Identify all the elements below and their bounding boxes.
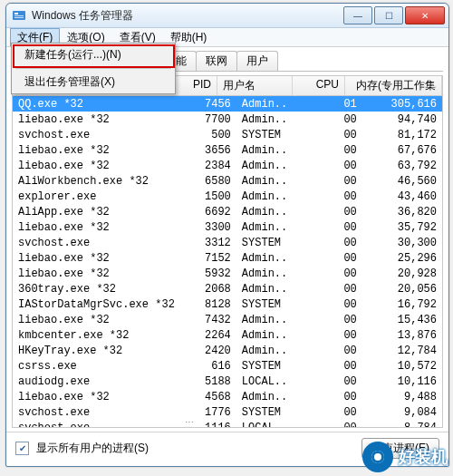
table-row[interactable]: liebao.exe *327700Admin..0094,740 bbox=[13, 112, 442, 127]
col-mem[interactable]: 内存(专用工作集 bbox=[345, 76, 442, 95]
table-row[interactable]: IAStorDataMgrSvc.exe *328128SYSTEM0016,7… bbox=[13, 296, 442, 312]
table-row[interactable]: csrss.exe616SYSTEM0010,572 bbox=[13, 358, 442, 374]
maximize-button[interactable]: ☐ bbox=[374, 6, 403, 24]
table-row[interactable]: explorer.exe1500Admin..0043,460 bbox=[13, 189, 442, 204]
watermark-text: 好装机 bbox=[399, 446, 448, 468]
table-row[interactable]: svchost.exe1116LOCAL..008,784 bbox=[13, 420, 442, 428]
watermark: 好装机 bbox=[362, 442, 448, 472]
menu-new-task[interactable]: 新建任务(运行...)(N) bbox=[12, 44, 175, 66]
process-table: QQ.exe *327456Admin..01305,616liebao.exe… bbox=[13, 96, 442, 428]
svg-rect-1 bbox=[14, 13, 18, 15]
window-controls: — ☐ ✕ bbox=[343, 6, 445, 24]
table-row[interactable]: liebao.exe *323656Admin..0067,676 bbox=[13, 142, 442, 158]
col-user[interactable]: 用户名 bbox=[217, 76, 293, 95]
table-row[interactable]: svchost.exe500SYSTEM0081,172 bbox=[13, 127, 442, 142]
tab-users[interactable]: 用户 bbox=[236, 51, 278, 71]
app-icon bbox=[12, 8, 26, 23]
table-row[interactable]: liebao.exe *322384Admin..0063,792 bbox=[13, 158, 442, 173]
menu-exit[interactable]: 退出任务管理器(X) bbox=[12, 71, 175, 93]
table-row[interactable]: AliWorkbench.exe *326580Admin..0046,560 bbox=[13, 173, 442, 189]
svg-rect-3 bbox=[14, 17, 24, 18]
table-row[interactable]: kmbcenter.exe *322264Admin..0013,876 bbox=[13, 327, 442, 343]
process-list[interactable]: QQ.exe *327456Admin..01305,616liebao.exe… bbox=[12, 96, 443, 428]
table-row[interactable]: svchost.exe3312SYSTEM0030,300 bbox=[13, 235, 442, 250]
menu-separator bbox=[15, 68, 171, 69]
close-button[interactable]: ✕ bbox=[405, 6, 445, 24]
show-all-users-label: 显示所有用户的进程(S) bbox=[36, 441, 149, 456]
show-all-users-checkbox[interactable]: ✔ bbox=[15, 442, 29, 455]
col-cpu[interactable]: CPU bbox=[293, 76, 345, 95]
minimize-button[interactable]: — bbox=[343, 6, 372, 24]
table-row[interactable]: liebao.exe *327152Admin..0025,296 bbox=[13, 250, 442, 266]
table-row[interactable]: liebao.exe *327432Admin..0015,436 bbox=[13, 312, 442, 327]
watermark-badge-icon bbox=[362, 442, 393, 472]
titlebar[interactable]: Windows 任务管理器 — ☐ ✕ bbox=[6, 4, 448, 28]
file-menu-dropdown: 新建任务(运行...)(N) 退出任务管理器(X) bbox=[11, 43, 176, 94]
table-row[interactable]: svchost.exe1776SYSTEM009,084 bbox=[13, 404, 442, 420]
svg-rect-2 bbox=[14, 15, 24, 16]
table-row[interactable]: AliApp.exe *326692Admin..0036,820 bbox=[13, 204, 442, 219]
tab-networking[interactable]: 联网 bbox=[196, 51, 237, 71]
scroll-indicator: ⋯ bbox=[185, 417, 194, 427]
table-row[interactable]: audiodg.exe5188LOCAL..0010,116 bbox=[13, 374, 442, 389]
table-row[interactable]: 360tray.exe *322068Admin..0020,056 bbox=[13, 281, 442, 296]
table-row[interactable]: liebao.exe *323300Admin..0035,792 bbox=[13, 219, 442, 235]
table-row[interactable]: liebao.exe *325932Admin..0020,928 bbox=[13, 266, 442, 281]
table-row[interactable]: HKeyTray.exe *322420Admin..0012,784 bbox=[13, 343, 442, 358]
table-row[interactable]: QQ.exe *327456Admin..01305,616 bbox=[13, 96, 442, 112]
table-row[interactable]: liebao.exe *324568Admin..009,488 bbox=[13, 389, 442, 404]
window-title: Windows 任务管理器 bbox=[32, 8, 343, 24]
